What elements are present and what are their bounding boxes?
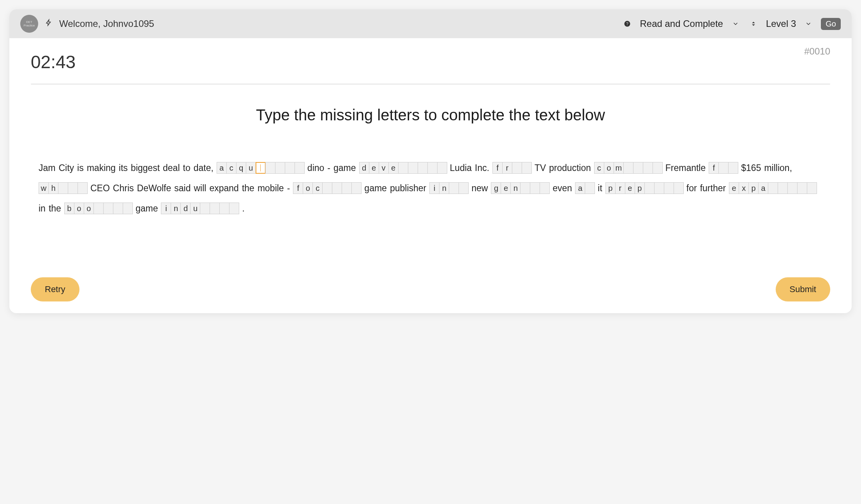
letter-box[interactable]: u: [190, 203, 200, 214]
letter-box[interactable]: o: [74, 203, 84, 214]
letter-box[interactable]: [408, 162, 418, 174]
letter-box[interactable]: [449, 182, 459, 194]
letter-box[interactable]: a: [758, 182, 768, 194]
letter-gap[interactable]: acqu: [217, 162, 304, 174]
letter-box[interactable]: n: [439, 182, 449, 194]
letter-box[interactable]: q: [236, 162, 246, 174]
letter-box[interactable]: [459, 182, 469, 194]
letter-box[interactable]: a: [575, 182, 585, 194]
letter-box[interactable]: [351, 182, 362, 194]
letter-box[interactable]: r: [502, 162, 512, 174]
letter-box[interactable]: d: [180, 203, 191, 214]
letter-gap[interactable]: boo: [64, 203, 132, 214]
mode-selector[interactable]: ? Read and Complete: [622, 18, 741, 29]
letter-box[interactable]: c: [594, 162, 604, 174]
letter-box[interactable]: [219, 203, 229, 214]
letter-box[interactable]: [437, 162, 447, 174]
letter-box[interactable]: [332, 182, 342, 194]
help-icon[interactable]: ?: [622, 18, 633, 29]
sort-icon[interactable]: [748, 18, 759, 29]
letter-box[interactable]: [295, 162, 305, 174]
letter-box[interactable]: [674, 182, 684, 194]
retry-button[interactable]: Retry: [31, 277, 79, 301]
letter-box[interactable]: [797, 182, 807, 194]
letter-box[interactable]: c: [226, 162, 236, 174]
letter-box[interactable]: [285, 162, 295, 174]
letter-box[interactable]: [664, 182, 674, 194]
letter-gap[interactable]: wh: [39, 182, 87, 194]
letter-box[interactable]: [113, 203, 123, 214]
letter-box[interactable]: [78, 182, 88, 194]
letter-box[interactable]: o: [303, 182, 313, 194]
letter-box[interactable]: g: [491, 182, 501, 194]
chevron-down-icon[interactable]: [730, 18, 741, 29]
letter-box[interactable]: [58, 182, 68, 194]
letter-box[interactable]: o: [84, 203, 94, 214]
letter-box[interactable]: [123, 203, 133, 214]
letter-gap[interactable]: expa: [729, 182, 817, 194]
letter-box[interactable]: [718, 162, 729, 174]
avatar[interactable]: DET Practice: [20, 15, 38, 33]
level-selector[interactable]: Level 3: [748, 18, 814, 29]
letter-box[interactable]: e: [501, 182, 511, 194]
letter-gap[interactable]: in: [429, 182, 468, 194]
letter-box[interactable]: [768, 182, 778, 194]
letter-gap[interactable]: gen: [491, 182, 549, 194]
letter-box[interactable]: f: [709, 162, 719, 174]
letter-box[interactable]: [728, 162, 738, 174]
letter-box[interactable]: i: [429, 182, 439, 194]
letter-box[interactable]: n: [510, 182, 520, 194]
letter-box[interactable]: [265, 162, 275, 174]
letter-box[interactable]: [643, 162, 653, 174]
letter-box[interactable]: e: [729, 182, 739, 194]
letter-box[interactable]: n: [171, 203, 181, 214]
letter-box[interactable]: e: [625, 182, 635, 194]
letter-box[interactable]: x: [739, 182, 749, 194]
letter-box[interactable]: [807, 182, 817, 194]
letter-box[interactable]: [520, 182, 530, 194]
letter-box[interactable]: i: [161, 203, 171, 214]
letter-box[interactable]: b: [64, 203, 74, 214]
letter-gap[interactable]: deve: [359, 162, 447, 174]
letter-box[interactable]: [644, 182, 655, 194]
letter-gap[interactable]: f: [709, 162, 738, 174]
letter-gap[interactable]: foc: [293, 182, 361, 194]
letter-box[interactable]: v: [379, 162, 389, 174]
letter-box[interactable]: [427, 162, 438, 174]
letter-box[interactable]: [275, 162, 285, 174]
letter-gap[interactable]: prep: [605, 182, 683, 194]
letter-box[interactable]: [322, 182, 332, 194]
letter-box[interactable]: [94, 203, 104, 214]
chevron-down-icon[interactable]: [803, 18, 814, 29]
letter-box[interactable]: [633, 162, 643, 174]
letter-gap[interactable]: fr: [492, 162, 531, 174]
letter-box[interactable]: [654, 182, 664, 194]
letter-box[interactable]: m: [614, 162, 624, 174]
letter-box[interactable]: p: [635, 182, 645, 194]
letter-box[interactable]: [342, 182, 352, 194]
letter-box[interactable]: [103, 203, 113, 214]
letter-gap[interactable]: com: [594, 162, 662, 174]
letter-box[interactable]: [778, 182, 788, 194]
letter-box[interactable]: [623, 162, 633, 174]
letter-box[interactable]: c: [312, 182, 323, 194]
letter-box[interactable]: [229, 203, 239, 214]
letter-box[interactable]: [200, 203, 210, 214]
letter-box[interactable]: w: [39, 182, 49, 194]
letter-box[interactable]: [522, 162, 532, 174]
letter-box[interactable]: p: [605, 182, 616, 194]
letter-box[interactable]: [540, 182, 550, 194]
letter-gap[interactable]: indu: [161, 203, 239, 214]
letter-box[interactable]: o: [604, 162, 614, 174]
letter-box[interactable]: p: [748, 182, 759, 194]
letter-box[interactable]: [585, 182, 595, 194]
letter-box[interactable]: u: [246, 162, 256, 174]
letter-box[interactable]: d: [359, 162, 369, 174]
letter-box[interactable]: [256, 162, 266, 174]
letter-box[interactable]: f: [492, 162, 503, 174]
letter-gap[interactable]: a: [575, 182, 595, 194]
go-button[interactable]: Go: [821, 18, 841, 30]
letter-box[interactable]: [398, 162, 408, 174]
letter-box[interactable]: e: [369, 162, 379, 174]
letter-box[interactable]: h: [48, 182, 58, 194]
